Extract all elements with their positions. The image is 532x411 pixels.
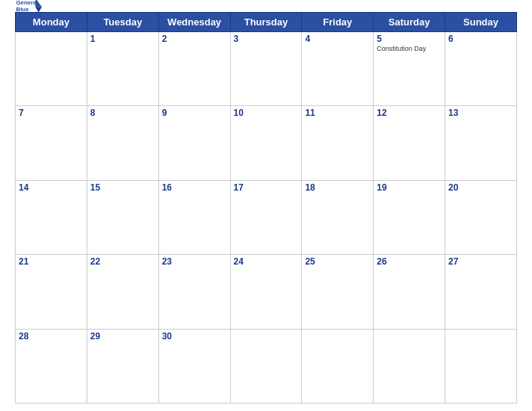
calendar-cell: 21 [16, 255, 87, 329]
svg-text:Blue: Blue [16, 6, 29, 13]
calendar-cell: 15 [87, 180, 158, 254]
day-number: 19 [377, 182, 442, 193]
calendar-cell: 3 [230, 32, 302, 106]
day-number: 8 [90, 108, 155, 118]
day-number: 7 [19, 108, 84, 118]
calendar-cell: 14 [16, 180, 87, 254]
weekday-header-wednesday: Wednesday [158, 13, 230, 32]
weekday-header-sunday: Sunday [445, 13, 517, 32]
calendar-cell: 7 [16, 106, 87, 180]
weekday-header-tuesday: Tuesday [87, 13, 158, 32]
weekday-header-saturday: Saturday [374, 13, 445, 32]
day-number: 18 [305, 182, 370, 193]
day-number: 1 [90, 34, 155, 44]
calendar-cell: 8 [87, 106, 158, 180]
weekday-header-friday: Friday [302, 13, 374, 32]
calendar-cell: 30 [158, 329, 230, 403]
calendar-cell: 16 [158, 180, 230, 254]
day-number: 30 [162, 331, 227, 342]
calendar-cell [445, 329, 517, 403]
day-number: 9 [162, 108, 227, 118]
day-number: 4 [305, 34, 370, 44]
calendar-cell: 12 [374, 106, 445, 180]
day-number: 17 [234, 182, 299, 193]
calendar-cell: 6 [445, 32, 517, 106]
calendar-cell: 28 [16, 329, 87, 403]
calendar-cell: 19 [374, 180, 445, 254]
calendar-cell [230, 329, 302, 403]
calendar-cell: 27 [445, 255, 517, 329]
day-number: 10 [234, 108, 299, 118]
svg-marker-2 [35, 0, 42, 7]
calendar-cell [302, 329, 374, 403]
day-number: 28 [19, 331, 84, 342]
day-number: 11 [305, 108, 370, 118]
day-number: 26 [377, 256, 442, 267]
calendar-cell: 5Constitution Day [374, 32, 445, 106]
day-number: 24 [234, 256, 299, 267]
week-row-2: 78910111213 [16, 106, 517, 180]
calendar-cell: 29 [87, 329, 158, 403]
calendar-cell: 9 [158, 106, 230, 180]
calendar-cell: 2 [158, 32, 230, 106]
day-number: 23 [162, 256, 227, 267]
calendar-cell: 10 [230, 106, 302, 180]
day-number: 5 [377, 34, 442, 44]
day-number: 14 [19, 182, 84, 193]
calendar-cell: 26 [374, 255, 445, 329]
week-row-3: 14151617181920 [16, 180, 517, 254]
calendar-cell: 4 [302, 32, 374, 106]
calendar-table: MondayTuesdayWednesdayThursdayFridaySatu… [15, 12, 517, 404]
calendar-cell: 22 [87, 255, 158, 329]
day-number: 21 [19, 256, 84, 267]
holiday-label: Constitution Day [377, 45, 442, 53]
day-number: 6 [448, 34, 513, 44]
weekday-header-row: MondayTuesdayWednesdayThursdayFridaySatu… [16, 13, 517, 32]
calendar-cell: 18 [302, 180, 374, 254]
day-number: 13 [448, 108, 513, 118]
calendar-cell [374, 329, 445, 403]
calendar-cell: 17 [230, 180, 302, 254]
calendar-cell: 11 [302, 106, 374, 180]
calendar-cell: 20 [445, 180, 517, 254]
day-number: 16 [162, 182, 227, 193]
svg-text:General: General [16, 0, 37, 6]
week-row-4: 21222324252627 [16, 255, 517, 329]
calendar-cell: 23 [158, 255, 230, 329]
calendar-body: 12345Constitution Day6789101112131415161… [16, 32, 517, 404]
calendar-cell: 24 [230, 255, 302, 329]
weekday-header-thursday: Thursday [230, 13, 302, 32]
calendar-cell: 13 [445, 106, 517, 180]
logo: General Blue [15, 0, 42, 18]
day-number: 27 [448, 256, 513, 267]
day-number: 15 [90, 182, 155, 193]
day-number: 12 [377, 108, 442, 118]
day-number: 29 [90, 331, 155, 342]
week-row-1: 12345Constitution Day6 [16, 32, 517, 106]
day-number: 25 [305, 256, 370, 267]
day-number: 2 [162, 34, 227, 44]
week-row-5: 282930 [16, 329, 517, 403]
svg-marker-3 [35, 7, 42, 12]
calendar-cell: 1 [87, 32, 158, 106]
day-number: 3 [234, 34, 299, 44]
calendar-cell [16, 32, 87, 106]
day-number: 22 [90, 256, 155, 267]
calendar-cell: 25 [302, 255, 374, 329]
day-number: 20 [448, 182, 513, 193]
